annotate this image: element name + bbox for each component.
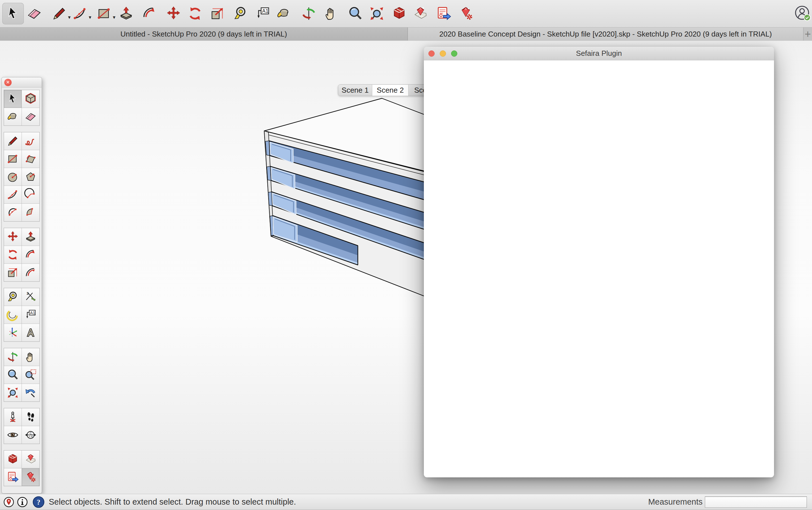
palette-group (4, 228, 40, 282)
polygon-tool-button[interactable] (22, 168, 39, 186)
move-tool-button[interactable] (4, 228, 22, 246)
move-tool-button[interactable] (163, 3, 184, 24)
measurements-input[interactable] (705, 497, 807, 508)
status-message: Select objects. Shift to extend select. … (49, 494, 296, 510)
pan-tool-button[interactable] (320, 3, 342, 24)
rotated-rectangle-tool-button[interactable] (22, 150, 39, 168)
pan-tool-button[interactable] (22, 348, 39, 366)
arc-tool-button[interactable] (22, 186, 39, 204)
select-tool-button[interactable] (4, 90, 22, 108)
zoom-icon (6, 368, 19, 381)
tape-measure-tool-button[interactable] (230, 3, 251, 24)
scale-tool-button[interactable] (4, 264, 22, 281)
scale-tool-button[interactable] (207, 3, 228, 24)
minimize-button[interactable] (440, 51, 446, 57)
orbit-tool-button[interactable] (298, 3, 320, 24)
new-tab-button[interactable]: + (803, 28, 812, 40)
pie-tool-button[interactable] (22, 204, 39, 221)
window-tab-baseline[interactable]: 2020 Baseline Concept Design - SketchUp … (408, 28, 803, 40)
rectangle-tool-button[interactable]: ▾ (93, 3, 115, 24)
walk-tool-button[interactable] (22, 408, 39, 426)
eraser-tool-button[interactable] (24, 3, 45, 24)
eraser-tool-button[interactable] (22, 108, 39, 125)
dimension-icon: 3 (24, 291, 37, 303)
fullscreen-button[interactable] (451, 51, 457, 57)
rotate-tool-button[interactable] (184, 3, 206, 24)
line-tool-button[interactable]: ▾ (49, 3, 70, 24)
offset-tool-button[interactable] (22, 264, 39, 281)
orbit-icon (300, 5, 317, 22)
palette-group (4, 450, 40, 486)
geolocation-icon[interactable] (3, 497, 14, 508)
model-canvas[interactable] (252, 95, 430, 300)
select-icon (6, 92, 19, 106)
tool-palette-header[interactable]: ✕ (2, 77, 42, 88)
zoom-tool-button[interactable] (4, 366, 22, 384)
text-tool-button[interactable]: A1 (252, 3, 273, 24)
scene-tab-1[interactable]: Scene 1 (338, 85, 372, 96)
account-icon[interactable] (794, 5, 811, 22)
sefaira-settings-tool-button[interactable] (455, 3, 477, 24)
scale-icon (6, 266, 19, 279)
freehand-tool-button[interactable] (22, 132, 39, 150)
arc-2-point-icon (72, 5, 88, 22)
close-icon[interactable]: ✕ (4, 79, 11, 86)
dimension-tool-button[interactable]: 3 (22, 288, 39, 306)
status-bar: ? Select objects. Shift to extend select… (0, 494, 812, 510)
select-tool-button[interactable] (2, 3, 24, 24)
close-button[interactable] (428, 51, 435, 57)
window-tab-bar: Untitled - SketchUp Pro 2020 (9 days lef… (0, 28, 812, 40)
palette-group (4, 90, 40, 126)
sefaira-entities-tool-button[interactable] (4, 450, 22, 468)
paint-bucket-tool-button[interactable] (4, 108, 22, 125)
arc-2-point-tool-button[interactable]: ▾ (69, 3, 91, 24)
tape-measure-icon (6, 291, 19, 303)
zoom-tool-button[interactable] (345, 3, 366, 24)
rectangle-tool-button[interactable] (4, 150, 22, 168)
line-tool-button[interactable] (4, 132, 22, 150)
plugin-titlebar[interactable]: Sefaira Plugin (424, 47, 774, 60)
sefaira-analysis-tool-button[interactable] (410, 3, 431, 24)
make-component-icon (24, 92, 37, 106)
window-tab-title: 2020 Baseline Concept Design - SketchUp … (439, 30, 772, 38)
follow-me-tool-button[interactable] (22, 246, 39, 264)
rotate-tool-button[interactable] (4, 246, 22, 264)
push-pull-tool-button[interactable] (22, 228, 39, 246)
sefaira-entities-tool-button[interactable] (388, 3, 410, 24)
arc-3-point-tool-button[interactable] (4, 204, 22, 221)
section-plane-tool-button[interactable]: CA-B (22, 426, 39, 444)
sefaira-analysis-tool-button[interactable] (22, 450, 39, 468)
sefaira-settings-tool-button[interactable] (22, 468, 39, 486)
tape-measure-tool-button[interactable] (4, 288, 22, 306)
plugin-title: Sefaira Plugin (576, 49, 622, 58)
previous-tool-button[interactable] (22, 384, 39, 401)
sefaira-export-tool-button[interactable] (433, 3, 455, 24)
circle-tool-button[interactable] (4, 168, 22, 186)
svg-text:3: 3 (27, 291, 29, 296)
push-pull-tool-button[interactable] (115, 3, 137, 24)
dropdown-caret-icon[interactable]: ▾ (113, 15, 115, 20)
info-icon[interactable] (17, 497, 28, 508)
text-tool-button[interactable]: A1 (22, 306, 39, 324)
make-component-tool-button[interactable] (22, 90, 39, 108)
zoom-window-tool-button[interactable] (22, 366, 39, 384)
tape-measure-icon (232, 5, 249, 22)
text-icon: A1 (24, 308, 37, 321)
help-icon[interactable]: ? (32, 496, 45, 508)
window-tab-untitled[interactable]: Untitled - SketchUp Pro 2020 (9 days lef… (0, 28, 408, 40)
arc-2-point-tool-button[interactable] (4, 186, 22, 204)
palette-group (4, 132, 40, 221)
3d-text-tool-button[interactable] (22, 324, 39, 341)
dropdown-caret-icon[interactable]: ▾ (89, 15, 91, 20)
paint-bucket-tool-button[interactable] (273, 3, 295, 24)
axes-tool-button[interactable] (4, 324, 22, 341)
position-camera-tool-button[interactable] (4, 408, 22, 426)
sefaira-export-tool-button[interactable] (4, 468, 22, 486)
look-around-tool-button[interactable] (4, 426, 22, 444)
zoom-extents-tool-button[interactable] (366, 3, 387, 24)
protractor-tool-button[interactable] (4, 306, 22, 324)
scene-tab-2[interactable]: Scene 2 (372, 85, 409, 96)
follow-me-tool-button[interactable] (139, 3, 160, 24)
zoom-extents-tool-button[interactable] (4, 384, 22, 401)
orbit-tool-button[interactable] (4, 348, 22, 366)
